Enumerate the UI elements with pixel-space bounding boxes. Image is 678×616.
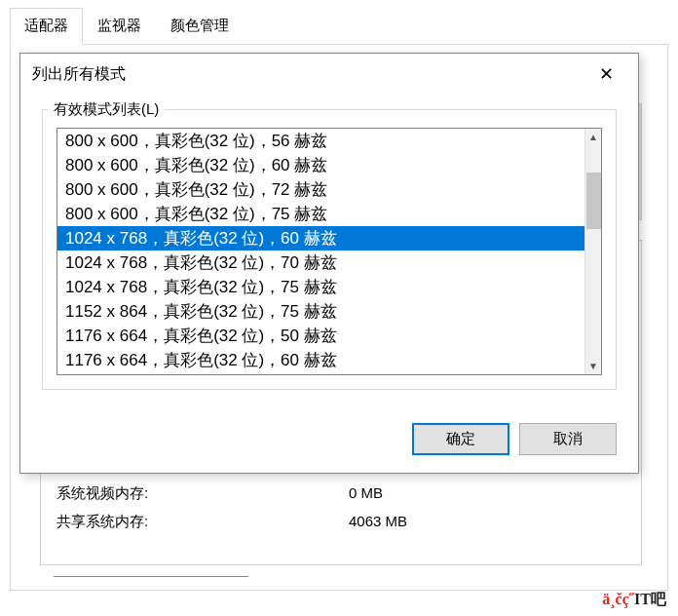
listbox-scrollbar[interactable]: ▲ ▼ xyxy=(584,129,601,374)
tab-color-management[interactable]: 颜色管理 xyxy=(156,8,244,44)
dialog-button-row: 确定 取消 xyxy=(20,407,638,473)
close-icon: ✕ xyxy=(599,64,614,84)
list-item[interactable]: 800 x 600，真彩色(32 位)，56 赫兹 xyxy=(57,129,584,153)
modes-listbox-wrap: 800 x 600，真彩色(32 位)，56 赫兹800 x 600，真彩色(3… xyxy=(56,128,602,375)
scroll-up-arrow-icon[interactable]: ▲ xyxy=(585,129,601,145)
watermark: ä¸čç˝IT吧 xyxy=(602,590,666,610)
list-item[interactable]: 800 x 600，真彩色(32 位)，75 赫兹 xyxy=(57,202,584,226)
ok-button[interactable]: 确定 xyxy=(412,423,509,455)
list-all-modes-dialog: 列出所有模式 ✕ 有效模式列表(L) 800 x 600，真彩色(32 位)，5… xyxy=(19,53,639,474)
scroll-down-arrow-icon[interactable]: ▼ xyxy=(585,358,601,374)
scroll-thumb[interactable] xyxy=(586,173,601,229)
list-item[interactable]: 1176 x 664，真彩色(32 位)，50 赫兹 xyxy=(57,324,584,348)
valid-modes-label: 有效模式列表(L) xyxy=(48,100,165,117)
system-video-memory-label: 系统视频内存: xyxy=(56,484,349,503)
list-item[interactable]: 1024 x 768，真彩色(32 位)，75 赫兹 xyxy=(57,275,584,299)
list-item[interactable]: 1152 x 864，真彩色(32 位)，75 赫兹 xyxy=(57,299,584,324)
cancel-button[interactable]: 取消 xyxy=(519,423,617,455)
list-item[interactable]: 1024 x 768，真彩色(32 位)，60 赫兹 xyxy=(57,226,584,250)
list-item[interactable]: 1176 x 664，真彩色(32 位)，60 赫兹 xyxy=(57,348,584,372)
close-button[interactable]: ✕ xyxy=(585,61,626,87)
tab-monitor[interactable]: 监视器 xyxy=(83,8,156,44)
list-item[interactable]: 1024 x 768，真彩色(32 位)，70 赫兹 xyxy=(57,250,584,275)
system-video-memory-value: 0 MB xyxy=(349,484,625,503)
modes-listbox[interactable]: 800 x 600，真彩色(32 位)，56 赫兹800 x 600，真彩色(3… xyxy=(57,129,584,374)
dialog-title-text: 列出所有模式 xyxy=(32,64,585,85)
shared-system-memory-value: 4063 MB xyxy=(349,513,625,531)
watermark-red: ä¸čç˝ xyxy=(602,591,634,607)
shared-system-memory-row: 共享系统内存: 4063 MB xyxy=(56,513,625,531)
tab-adapter[interactable]: 适配器 xyxy=(10,8,83,45)
list-item[interactable]: 800 x 600，真彩色(32 位)，60 赫兹 xyxy=(57,153,584,177)
watermark-dark: IT吧 xyxy=(634,591,666,607)
list-item[interactable]: 800 x 600，真彩色(32 位)，72 赫兹 xyxy=(57,177,584,202)
dialog-body: 有效模式列表(L) 800 x 600，真彩色(32 位)，56 赫兹800 x… xyxy=(20,95,638,407)
shared-system-memory-label: 共享系统内存: xyxy=(56,513,349,531)
dialog-titlebar: 列出所有模式 ✕ xyxy=(20,54,638,95)
list-all-modes-button-strip xyxy=(54,576,248,580)
tab-strip: 适配器 监视器 颜色管理 xyxy=(10,8,668,45)
valid-modes-group: 800 x 600，真彩色(32 位)，56 赫兹800 x 600，真彩色(3… xyxy=(42,109,617,390)
system-video-memory-row: 系统视频内存: 0 MB xyxy=(56,484,625,503)
